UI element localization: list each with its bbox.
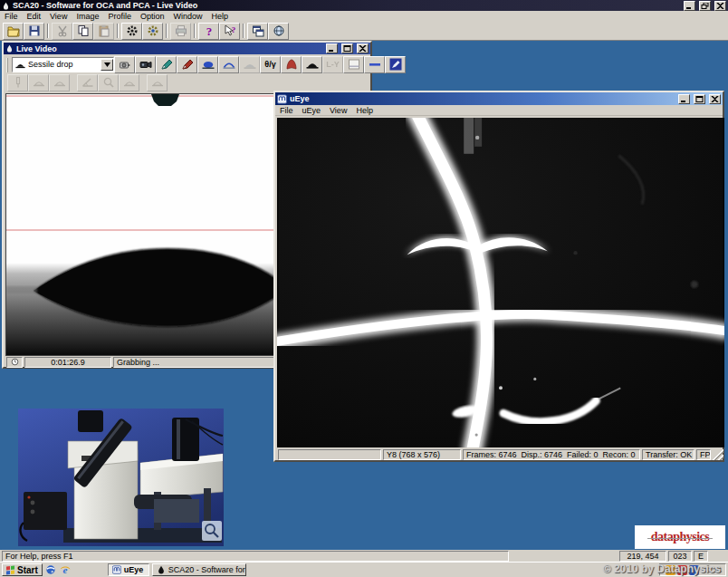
menu-option[interactable]: Option xyxy=(136,11,169,22)
ueye-menu-view[interactable]: View xyxy=(325,105,351,116)
baseline-auto-button[interactable] xyxy=(302,56,322,73)
context-help-button[interactable] xyxy=(219,23,240,40)
live-video-icon xyxy=(5,44,14,53)
live-maximize-button[interactable] xyxy=(341,43,353,53)
restore-button[interactable] xyxy=(699,1,711,11)
disabled-angle-button[interactable] xyxy=(77,74,98,91)
record-video-button[interactable] xyxy=(135,56,156,73)
task-ueye-label: uEye xyxy=(124,565,144,574)
baseline-box-button[interactable] xyxy=(343,56,364,73)
ueye-close-button[interactable] xyxy=(709,94,721,104)
ueye-status-frames: Frames: 6746 Disp.: 6746 Failed: 0 Recon… xyxy=(463,449,640,460)
disabled-drop-button[interactable] xyxy=(49,74,70,91)
close-button[interactable] xyxy=(714,1,726,11)
cascade-windows-button[interactable] xyxy=(247,23,268,40)
instrument-photo xyxy=(18,409,224,546)
minimize-button[interactable] xyxy=(684,1,695,11)
quicklaunch-ie-icon[interactable] xyxy=(60,564,72,576)
live-close-button[interactable] xyxy=(357,43,369,53)
theta-gamma-glyph: θ/γ xyxy=(264,60,275,69)
options-globe-button[interactable] xyxy=(268,23,289,40)
menu-edit[interactable]: Edit xyxy=(23,11,46,22)
copy-button[interactable] xyxy=(72,23,93,40)
status-cursor-coords: 219, 454 xyxy=(619,551,666,562)
dataphysics-logo: dataphysics xyxy=(635,525,725,549)
menu-profile[interactable]: Profile xyxy=(103,11,136,22)
print-button[interactable] xyxy=(170,23,191,40)
disabled-dispense-button[interactable] xyxy=(28,74,49,91)
grab-image-button[interactable] xyxy=(114,56,135,73)
task-ueye[interactable]: uEye xyxy=(108,563,149,576)
quicklaunch-app-icon[interactable] xyxy=(45,564,57,576)
ueye-statusbar: Y8 (768 x 576) Frames: 6746 Disp.: 6746 … xyxy=(277,448,724,461)
ueye-status-fps: FPS: 1 xyxy=(696,449,711,460)
ueye-icon xyxy=(277,94,287,104)
menu-help[interactable]: Help xyxy=(206,11,233,22)
tray-icon-1[interactable] xyxy=(666,565,675,575)
menu-window[interactable]: Window xyxy=(168,11,206,22)
disabled-zoom-button[interactable] xyxy=(98,74,119,91)
cut-button[interactable] xyxy=(52,23,72,40)
edit-drawing-button[interactable] xyxy=(385,56,406,73)
app-icon xyxy=(2,2,10,10)
ueye-titlebar[interactable]: uEye xyxy=(275,92,723,105)
ueye-menu-help[interactable]: Help xyxy=(351,105,378,116)
method-select-arrow[interactable] xyxy=(101,59,113,71)
paste-button[interactable] xyxy=(93,23,114,40)
method-select[interactable]: Sessile drop xyxy=(12,57,114,72)
start-label: Start xyxy=(17,565,38,575)
disabled-syringe-button[interactable] xyxy=(7,74,28,91)
ueye-maximize-button[interactable] xyxy=(694,94,705,104)
status-flag: E xyxy=(694,551,708,562)
profile-fit-button[interactable] xyxy=(281,56,302,73)
main-window-title: SCA20 - Software for OCA and PCA - Live … xyxy=(13,1,197,10)
ueye-title: uEye xyxy=(290,94,310,103)
ueye-window: uEye File uEye View Help xyxy=(273,91,724,462)
laplace-young-button[interactable]: L-Y xyxy=(322,56,343,73)
live-minimize-button[interactable] xyxy=(326,43,338,53)
disabled-needle-button[interactable] xyxy=(147,74,168,91)
task-sca20-label: SCA20 - Software for O... xyxy=(168,565,246,574)
tangent-fit-button[interactable] xyxy=(239,56,260,73)
desktop: ? ? e SCA2 xyxy=(0,0,728,577)
ueye-minimize-button[interactable] xyxy=(678,94,690,104)
live-video-titlebar[interactable]: Live Video xyxy=(4,43,370,54)
taskbar: Start uEye SCA20 - Software for O... 13:… xyxy=(0,562,728,577)
ueye-menu-file[interactable]: File xyxy=(275,105,298,116)
open-button[interactable] xyxy=(3,23,24,40)
ueye-menu-ueye[interactable]: uEye xyxy=(298,105,326,116)
resize-grip[interactable] xyxy=(713,449,723,460)
circle-fit-button[interactable] xyxy=(218,56,239,73)
tray-icon-2[interactable] xyxy=(677,565,687,575)
laplace-young-glyph: L-Y xyxy=(326,60,340,69)
main-window-titlebar[interactable]: SCA20 - Software for OCA and PCA - Live … xyxy=(0,0,728,11)
magnifier-icon[interactable] xyxy=(202,521,222,541)
task-sca20[interactable]: SCA20 - Software for O... xyxy=(152,563,246,576)
main-statusbar: For Help, press F1 219, 454 023 E xyxy=(0,550,728,562)
ueye-camera-canvas xyxy=(277,118,724,447)
baseline-line-button[interactable] xyxy=(364,56,385,73)
live-video-toolbar: Sessile drop θ/γ L-Y xyxy=(4,54,370,74)
ueye-status-format: Y8 (768 x 576) xyxy=(383,449,461,460)
start-button[interactable]: Start xyxy=(2,563,43,576)
menu-view[interactable]: View xyxy=(45,11,72,22)
sca20-task-icon xyxy=(157,565,166,574)
method-select-value: Sessile drop xyxy=(28,60,73,69)
live-video-toolbar-row2 xyxy=(4,74,370,91)
ueye-status-transfer: Transfer: OK xyxy=(642,449,694,460)
disabled-surface-button[interactable] xyxy=(119,74,139,91)
status-gray-value: 023 xyxy=(668,551,692,562)
save-button[interactable] xyxy=(24,23,44,40)
menu-file[interactable]: File xyxy=(0,11,23,22)
theta-gamma-button[interactable]: θ/γ xyxy=(260,56,281,73)
settings-gear-button[interactable] xyxy=(121,23,142,40)
marker-pen-button[interactable] xyxy=(156,56,177,73)
device-gear-button[interactable] xyxy=(142,23,163,40)
tray-clock: 13:13 xyxy=(701,566,722,574)
ellipse-fit-button[interactable] xyxy=(197,56,218,73)
tray-icon-3[interactable] xyxy=(689,565,699,575)
eraser-pen-button[interactable] xyxy=(177,56,197,73)
help-button[interactable] xyxy=(198,23,219,40)
menu-image[interactable]: Image xyxy=(72,11,103,22)
crosshair-camera-view xyxy=(277,118,724,447)
